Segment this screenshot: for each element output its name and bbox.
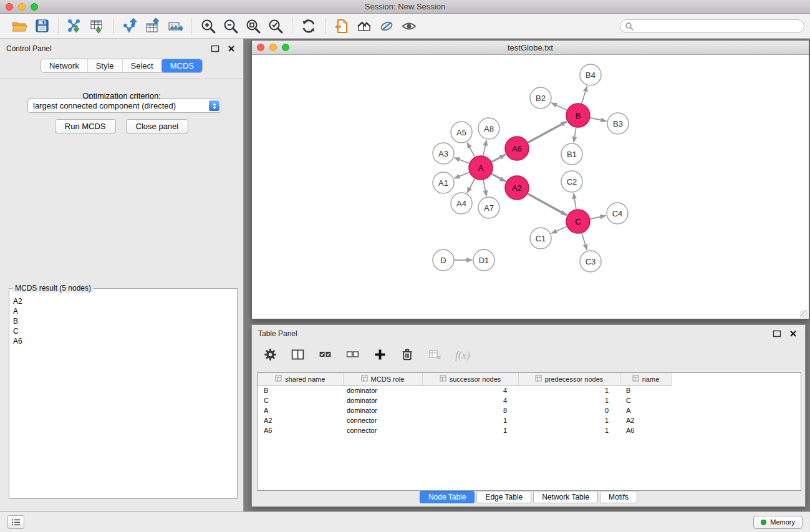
close-button[interactable] bbox=[257, 44, 264, 51]
close-panel-button[interactable]: Close panel bbox=[126, 119, 189, 133]
zoom-selected-button[interactable] bbox=[264, 16, 287, 36]
graph-node-D[interactable]: D bbox=[433, 249, 454, 271]
graph-edge-B-B3[interactable] bbox=[591, 118, 607, 121]
table-row[interactable]: Adominator80A bbox=[258, 405, 672, 415]
search-input[interactable] bbox=[634, 22, 804, 31]
graph-edge-B-B1[interactable] bbox=[574, 128, 576, 143]
graph-edge-A-A1[interactable] bbox=[455, 172, 470, 178]
close-button[interactable] bbox=[6, 3, 13, 11]
save-session-button[interactable] bbox=[31, 16, 53, 36]
tab-select[interactable]: Select bbox=[122, 59, 162, 72]
export-table-button[interactable] bbox=[142, 16, 164, 36]
network-window-titlebar[interactable]: testGlobe.txt bbox=[252, 41, 809, 55]
table-tab-edge-table[interactable]: Edge Table bbox=[476, 491, 531, 503]
graph-edge-C-C2[interactable] bbox=[574, 193, 576, 209]
table-row[interactable]: Bdominator41B bbox=[258, 385, 672, 395]
graph-node-A1[interactable]: A1 bbox=[433, 172, 454, 193]
export-network-button[interactable] bbox=[119, 16, 142, 36]
function-builder-button[interactable]: f(x) bbox=[455, 349, 470, 362]
show-hide-details-button[interactable] bbox=[398, 16, 420, 36]
graph-node-C1[interactable]: C1 bbox=[530, 228, 551, 249]
graph-edge-A-A5[interactable] bbox=[467, 143, 475, 157]
graph-edge-A-A4[interactable] bbox=[467, 179, 475, 193]
zoom-fit-button[interactable] bbox=[242, 16, 264, 36]
graph-edge-B-B4[interactable] bbox=[582, 86, 587, 104]
column-header-mcds-role[interactable]: MCDS role bbox=[343, 373, 422, 385]
add-row-button[interactable] bbox=[373, 347, 387, 364]
graph-edge-C-C1[interactable] bbox=[551, 226, 567, 233]
graph-node-C4[interactable]: C4 bbox=[607, 203, 628, 224]
graph-node-B2[interactable]: B2 bbox=[530, 87, 551, 109]
tab-mcds[interactable]: MCDS bbox=[162, 59, 202, 72]
graph-node-B3[interactable]: B3 bbox=[607, 113, 629, 134]
graph-node-D1[interactable]: D1 bbox=[473, 249, 494, 271]
table-settings-button[interactable] bbox=[263, 347, 277, 364]
graph-edge-A-A6[interactable] bbox=[492, 155, 506, 162]
graph-node-A3[interactable]: A3 bbox=[433, 143, 454, 164]
graph-node-A6[interactable]: A6 bbox=[505, 137, 529, 160]
open-file-button[interactable] bbox=[8, 16, 31, 36]
graph-node-A4[interactable]: A4 bbox=[451, 193, 472, 214]
graph-node-B1[interactable]: B1 bbox=[561, 143, 582, 165]
close-control-panel-button[interactable] bbox=[226, 44, 237, 54]
graph-node-A[interactable]: A bbox=[469, 156, 493, 180]
search-field[interactable] bbox=[620, 19, 804, 33]
table-row[interactable]: A2connector11A2 bbox=[258, 415, 672, 425]
graph-node-C3[interactable]: C3 bbox=[580, 251, 601, 272]
select-all-rows-button[interactable] bbox=[318, 347, 332, 364]
import-table-button[interactable] bbox=[86, 16, 108, 36]
graph-edge-A2-C[interactable] bbox=[528, 194, 567, 215]
graph-edge-A-A7[interactable] bbox=[483, 180, 486, 196]
tab-network[interactable]: Network bbox=[41, 59, 87, 72]
close-table-panel-button[interactable] bbox=[788, 329, 799, 339]
memory-button[interactable]: Memory bbox=[753, 516, 803, 529]
deselect-all-rows-button[interactable] bbox=[345, 347, 360, 364]
table-row[interactable]: A6connector11A6 bbox=[258, 425, 672, 435]
graph-node-A5[interactable]: A5 bbox=[451, 122, 472, 143]
column-header-predecessor-nodes[interactable]: predecessor nodes bbox=[518, 373, 620, 385]
graph-node-B[interactable]: B bbox=[566, 104, 590, 127]
task-history-button[interactable] bbox=[7, 515, 24, 529]
graph-node-B4[interactable]: B4 bbox=[580, 64, 601, 85]
network-view[interactable]: B4B2BB3A5A8A6B1A3AC2A1A2A4A7C4CC1C3DD1 bbox=[252, 55, 809, 319]
float-panel-button[interactable] bbox=[771, 329, 783, 339]
resize-handle[interactable] bbox=[800, 310, 808, 318]
graph-edge-A-A2[interactable] bbox=[492, 174, 506, 181]
optimization-dropdown[interactable]: largest connected component (directed) bbox=[27, 99, 221, 113]
table-tab-network-table[interactable]: Network Table bbox=[533, 491, 598, 503]
zoom-in-button[interactable] bbox=[197, 16, 219, 36]
export-image-button[interactable] bbox=[164, 16, 186, 36]
graph-node-A2[interactable]: A2 bbox=[505, 176, 529, 200]
graph-edge-A-A8[interactable] bbox=[483, 140, 486, 156]
column-header-successor-nodes[interactable]: successor nodes bbox=[422, 373, 518, 385]
column-header-name[interactable]: name bbox=[620, 373, 672, 385]
graph-node-A7[interactable]: A7 bbox=[478, 197, 499, 218]
minimize-button[interactable] bbox=[18, 3, 26, 11]
apply-layout-button[interactable] bbox=[297, 16, 320, 36]
open-document-button[interactable] bbox=[330, 16, 353, 36]
graph-edge-B-B2[interactable] bbox=[551, 103, 567, 110]
graph-edge-A6-B[interactable] bbox=[528, 122, 567, 143]
table-tab-motifs[interactable]: Motifs bbox=[600, 491, 637, 503]
table-row[interactable]: Cdominator41C bbox=[258, 395, 672, 405]
float-panel-button[interactable] bbox=[210, 44, 221, 54]
fullscreen-button[interactable] bbox=[282, 44, 289, 51]
show-home-button[interactable] bbox=[353, 16, 375, 36]
graph-edge-C-C3[interactable] bbox=[582, 233, 587, 250]
delete-rows-button[interactable] bbox=[400, 347, 415, 364]
delete-table-button[interactable] bbox=[428, 347, 442, 364]
graph-edge-A-A3[interactable] bbox=[455, 158, 470, 163]
graph-edge-C-C4[interactable] bbox=[591, 216, 606, 219]
fullscreen-button[interactable] bbox=[31, 3, 38, 11]
column-header-shared-name[interactable]: shared name bbox=[258, 373, 343, 385]
minimize-button[interactable] bbox=[269, 44, 277, 51]
graph-node-A8[interactable]: A8 bbox=[478, 118, 499, 139]
set-style-button[interactable] bbox=[375, 16, 398, 36]
tab-style[interactable]: Style bbox=[87, 59, 122, 72]
graph-node-C[interactable]: C bbox=[566, 210, 590, 233]
import-network-button[interactable] bbox=[64, 16, 86, 36]
table-tab-node-table[interactable]: Node Table bbox=[420, 491, 475, 503]
zoom-out-button[interactable] bbox=[219, 16, 242, 36]
run-mcds-button[interactable]: Run MCDS bbox=[55, 119, 116, 133]
toggle-columns-button[interactable] bbox=[291, 347, 305, 364]
